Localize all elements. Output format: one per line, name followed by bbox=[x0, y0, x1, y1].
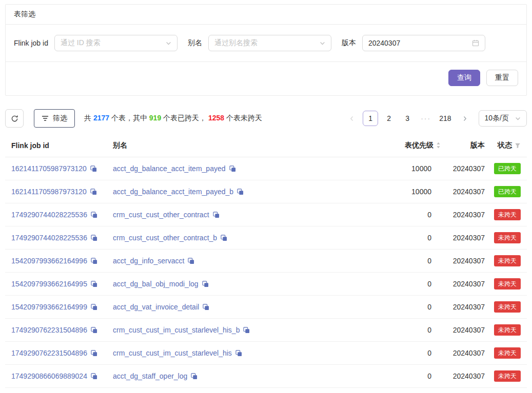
alias-link[interactable]: acct_dg_balance_acct_item_payed_b bbox=[113, 188, 233, 196]
status-badge: 未跨天 bbox=[494, 301, 521, 313]
flink-job-id-placeholder: 通过 ID 搜索 bbox=[61, 38, 101, 48]
jump-next-pages[interactable]: ··· bbox=[418, 111, 434, 126]
summary-count-green: 919 bbox=[149, 114, 161, 122]
copy-icon[interactable] bbox=[90, 189, 97, 195]
page-button-3[interactable]: 3 bbox=[400, 111, 415, 126]
status-badge: 已跨天 bbox=[494, 186, 521, 197]
copy-icon[interactable] bbox=[91, 373, 97, 380]
copy-icon[interactable] bbox=[213, 212, 220, 218]
alias-link[interactable]: crm_cust_cust_im_cust_starlevel_his bbox=[113, 349, 232, 357]
column-header-status-label: 状态 bbox=[498, 141, 512, 150]
alias-link[interactable]: acct_dg_info_servacct bbox=[113, 257, 184, 265]
status-badge: 未跨天 bbox=[494, 278, 521, 289]
table-row: 1749290762231504896 crm_cust_cust_im_cus… bbox=[5, 319, 527, 342]
flink-job-id-link[interactable]: 1749290744028225536 bbox=[11, 211, 87, 219]
alias-link[interactable]: acct_dg_vat_invoice_detail bbox=[113, 303, 199, 311]
flink-job-id-link[interactable]: 1621411705987973120 bbox=[11, 164, 87, 173]
flink-job-id-link[interactable]: 1621411705987973120 bbox=[11, 188, 87, 196]
version-cell: 20240307 bbox=[441, 211, 485, 219]
summary-text: 共 bbox=[84, 114, 93, 122]
copy-icon[interactable] bbox=[203, 304, 209, 311]
copy-icon[interactable] bbox=[243, 327, 250, 334]
reset-button[interactable]: 重置 bbox=[486, 70, 518, 86]
status-badge: 未跨天 bbox=[494, 255, 521, 266]
flink-job-id-link[interactable]: 1542097993662164996 bbox=[11, 257, 87, 265]
priority-cell: 0 bbox=[353, 234, 441, 242]
status-badge: 已跨天 bbox=[494, 163, 521, 174]
copy-icon[interactable] bbox=[229, 166, 236, 172]
copy-icon[interactable] bbox=[91, 235, 97, 241]
copy-icon[interactable] bbox=[235, 350, 242, 357]
next-page-button[interactable] bbox=[457, 111, 472, 126]
priority-cell: 0 bbox=[353, 349, 441, 357]
summary-count-blue: 2177 bbox=[93, 114, 109, 122]
calendar-icon bbox=[472, 39, 479, 47]
table-body: 1621411705987973120 acct_dg_balance_acct… bbox=[5, 157, 527, 388]
filter-funnel-icon[interactable] bbox=[515, 142, 521, 149]
page-button-218[interactable]: 218 bbox=[437, 111, 454, 126]
table-row: 1621411705987973120 acct_dg_balance_acct… bbox=[5, 180, 527, 203]
copy-icon[interactable] bbox=[91, 212, 97, 218]
copy-icon[interactable] bbox=[221, 235, 227, 241]
alias-link[interactable]: acct_dg_staff_oper_log bbox=[113, 372, 187, 380]
table-row: 1749290762231504896 crm_cust_cust_im_cus… bbox=[5, 342, 527, 365]
flink-job-id-link[interactable]: 1749290744028225536 bbox=[11, 234, 87, 242]
flink-job-id-link[interactable]: 1542097993662164999 bbox=[11, 303, 87, 311]
copy-icon[interactable] bbox=[237, 189, 244, 195]
alias-select[interactable]: 通过别名搜索 bbox=[208, 35, 331, 51]
flink-job-id-select[interactable]: 通过 ID 搜索 bbox=[54, 35, 178, 51]
table-row: 1749290866069889024 acct_dg_staff_oper_l… bbox=[5, 365, 527, 388]
prev-page-button[interactable] bbox=[344, 111, 360, 126]
copy-icon[interactable] bbox=[191, 373, 198, 380]
pagination-top: 123···21810条/页 bbox=[344, 110, 527, 127]
summary-text: 个表，其中 bbox=[109, 114, 149, 122]
alias-link[interactable]: crm_cust_cust_other_contract bbox=[113, 211, 209, 219]
copy-icon[interactable] bbox=[91, 281, 97, 287]
table-header: Flink job id 别名 表优先级 版本 状态 bbox=[5, 134, 527, 157]
priority-cell: 0 bbox=[353, 303, 441, 311]
copy-icon[interactable] bbox=[90, 166, 97, 172]
table-row: 1749290744028225536 crm_cust_cust_other_… bbox=[5, 203, 527, 226]
alias-link[interactable]: acct_dg_balance_acct_item_payed bbox=[113, 164, 226, 173]
flink-job-id-link[interactable]: 1749290866069889024 bbox=[11, 372, 87, 380]
table-row: 1542097993662164999 acct_dg_vat_invoice_… bbox=[5, 296, 527, 319]
copy-icon[interactable] bbox=[91, 350, 97, 357]
column-header-priority-label: 表优先级 bbox=[405, 141, 434, 150]
copy-icon[interactable] bbox=[91, 304, 97, 311]
page-size-select[interactable]: 10条/页 bbox=[479, 110, 527, 127]
copy-icon[interactable] bbox=[91, 327, 97, 334]
page: 表筛选 Flink job id 通过 ID 搜索 别名 通过别名搜索 版本 2… bbox=[0, 0, 532, 393]
alias-link[interactable]: crm_cust_cust_other_contract_b bbox=[113, 234, 217, 242]
flink-job-id-link[interactable]: 1749290762231504896 bbox=[11, 326, 87, 334]
priority-cell: 10000 bbox=[353, 164, 441, 173]
filter-toggle-label: 筛选 bbox=[53, 114, 67, 123]
version-cell: 20240307 bbox=[441, 188, 485, 196]
flink-job-id-link[interactable]: 1542097993662164995 bbox=[11, 280, 87, 288]
status-badge: 未跨天 bbox=[494, 324, 521, 336]
version-cell: 20240307 bbox=[441, 372, 485, 380]
chevron-down-icon bbox=[166, 40, 171, 46]
summary-text: 个表未跨天 bbox=[224, 114, 262, 122]
alias-link[interactable]: acct_dg_bal_obj_modi_log bbox=[113, 280, 199, 288]
copy-icon[interactable] bbox=[202, 281, 209, 287]
page-button-2[interactable]: 2 bbox=[381, 111, 397, 126]
version-date-input[interactable]: 20240307 bbox=[362, 35, 485, 51]
page-button-1[interactable]: 1 bbox=[363, 111, 378, 126]
copy-icon[interactable] bbox=[188, 258, 194, 264]
version-cell: 20240307 bbox=[441, 349, 485, 357]
table-row: 1542097993662164995 acct_dg_bal_obj_modi… bbox=[5, 273, 527, 296]
query-button[interactable]: 查询 bbox=[448, 70, 480, 86]
refresh-button[interactable] bbox=[5, 109, 24, 128]
sort-icon[interactable] bbox=[436, 142, 441, 149]
flink-job-id-link[interactable]: 1749290762231504896 bbox=[11, 349, 87, 357]
column-header-priority[interactable]: 表优先级 bbox=[353, 141, 441, 150]
filter-toggle-button[interactable]: 筛选 bbox=[34, 109, 75, 128]
column-header-status[interactable]: 状态 bbox=[485, 141, 521, 150]
summary-count-red: 1258 bbox=[208, 114, 224, 122]
table: Flink job id 别名 表优先级 版本 状态 bbox=[5, 134, 527, 388]
alias-link[interactable]: crm_cust_cust_im_cust_starlevel_his_b bbox=[113, 326, 240, 334]
copy-icon[interactable] bbox=[91, 258, 97, 264]
version-cell: 20240307 bbox=[441, 164, 485, 173]
table-row: 1749290744028225536 crm_cust_cust_other_… bbox=[5, 226, 527, 250]
column-header-alias: 别名 bbox=[113, 141, 353, 150]
